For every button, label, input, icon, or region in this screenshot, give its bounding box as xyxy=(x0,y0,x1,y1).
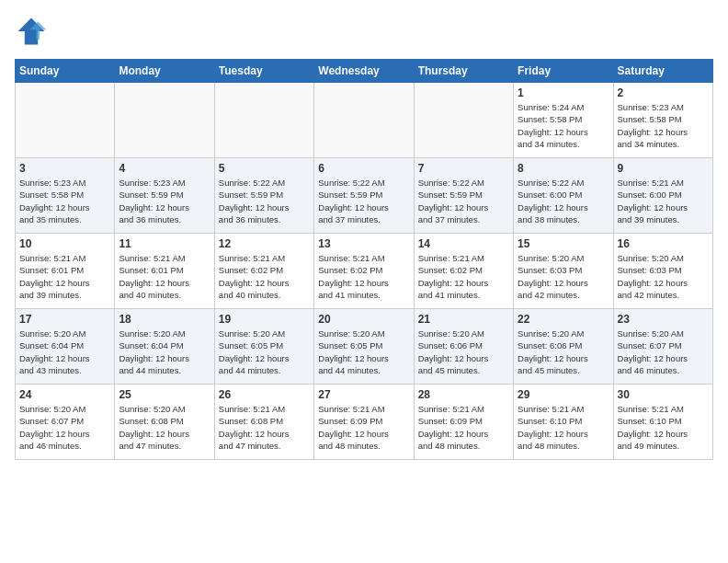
calendar-cell: 25Sunrise: 5:20 AM Sunset: 6:08 PM Dayli… xyxy=(115,385,214,460)
day-info: Sunrise: 5:20 AM Sunset: 6:06 PM Dayligh… xyxy=(518,327,609,376)
logo-icon xyxy=(15,15,48,48)
day-info: Sunrise: 5:20 AM Sunset: 6:08 PM Dayligh… xyxy=(119,403,210,452)
calendar-cell xyxy=(314,83,414,158)
day-number: 2 xyxy=(618,86,709,99)
day-number: 26 xyxy=(219,388,310,401)
day-number: 13 xyxy=(318,237,409,250)
day-info: Sunrise: 5:20 AM Sunset: 6:04 PM Dayligh… xyxy=(19,327,110,376)
day-number: 18 xyxy=(119,313,210,326)
day-number: 3 xyxy=(19,162,110,175)
calendar-cell: 6Sunrise: 5:22 AM Sunset: 5:59 PM Daylig… xyxy=(314,158,414,234)
day-number: 10 xyxy=(19,237,110,250)
calendar-cell: 24Sunrise: 5:20 AM Sunset: 6:07 PM Dayli… xyxy=(16,385,115,460)
calendar-cell: 1Sunrise: 5:24 AM Sunset: 5:58 PM Daylig… xyxy=(514,83,613,158)
calendar-cell: 4Sunrise: 5:23 AM Sunset: 5:59 PM Daylig… xyxy=(115,158,214,234)
calendar-cell xyxy=(214,83,313,158)
weekday-header-thursday: Thursday xyxy=(414,60,513,83)
day-number: 24 xyxy=(19,388,110,401)
day-info: Sunrise: 5:22 AM Sunset: 5:59 PM Dayligh… xyxy=(418,177,509,225)
day-info: Sunrise: 5:20 AM Sunset: 6:07 PM Dayligh… xyxy=(618,327,709,376)
day-info: Sunrise: 5:22 AM Sunset: 5:59 PM Dayligh… xyxy=(318,177,409,225)
day-info: Sunrise: 5:23 AM Sunset: 5:58 PM Dayligh… xyxy=(19,177,110,225)
day-info: Sunrise: 5:21 AM Sunset: 6:02 PM Dayligh… xyxy=(219,252,310,301)
day-number: 5 xyxy=(219,162,310,175)
calendar-cell: 26Sunrise: 5:21 AM Sunset: 6:08 PM Dayli… xyxy=(214,385,313,460)
day-number: 15 xyxy=(518,237,609,250)
calendar-cell: 11Sunrise: 5:21 AM Sunset: 6:01 PM Dayli… xyxy=(115,234,214,309)
calendar-cell: 23Sunrise: 5:20 AM Sunset: 6:07 PM Dayli… xyxy=(613,309,712,385)
weekday-header-tuesday: Tuesday xyxy=(214,60,313,83)
calendar-week-2: 3Sunrise: 5:23 AM Sunset: 5:58 PM Daylig… xyxy=(16,158,713,234)
calendar-cell: 8Sunrise: 5:22 AM Sunset: 6:00 PM Daylig… xyxy=(514,158,613,234)
day-info: Sunrise: 5:22 AM Sunset: 5:59 PM Dayligh… xyxy=(219,177,310,225)
calendar-cell: 28Sunrise: 5:21 AM Sunset: 6:09 PM Dayli… xyxy=(414,385,513,460)
calendar-cell: 9Sunrise: 5:21 AM Sunset: 6:00 PM Daylig… xyxy=(613,158,712,234)
calendar-cell: 19Sunrise: 5:20 AM Sunset: 6:05 PM Dayli… xyxy=(214,309,313,385)
calendar-cell: 5Sunrise: 5:22 AM Sunset: 5:59 PM Daylig… xyxy=(214,158,313,234)
weekday-header-sunday: Sunday xyxy=(16,60,115,83)
calendar-cell: 3Sunrise: 5:23 AM Sunset: 5:58 PM Daylig… xyxy=(16,158,115,234)
calendar-cell: 27Sunrise: 5:21 AM Sunset: 6:09 PM Dayli… xyxy=(314,385,414,460)
calendar-week-1: 1Sunrise: 5:24 AM Sunset: 5:58 PM Daylig… xyxy=(16,83,713,158)
day-number: 20 xyxy=(318,313,409,326)
day-info: Sunrise: 5:21 AM Sunset: 6:01 PM Dayligh… xyxy=(19,252,110,301)
calendar-cell: 13Sunrise: 5:21 AM Sunset: 6:02 PM Dayli… xyxy=(314,234,414,309)
weekday-header-monday: Monday xyxy=(115,60,214,83)
day-info: Sunrise: 5:20 AM Sunset: 6:03 PM Dayligh… xyxy=(518,252,609,301)
day-info: Sunrise: 5:21 AM Sunset: 6:00 PM Dayligh… xyxy=(618,177,709,225)
calendar-week-3: 10Sunrise: 5:21 AM Sunset: 6:01 PM Dayli… xyxy=(16,234,713,309)
day-number: 16 xyxy=(618,237,709,250)
day-info: Sunrise: 5:20 AM Sunset: 6:04 PM Dayligh… xyxy=(119,327,210,376)
day-number: 9 xyxy=(618,162,709,175)
day-info: Sunrise: 5:24 AM Sunset: 5:58 PM Dayligh… xyxy=(518,101,609,150)
calendar-week-4: 17Sunrise: 5:20 AM Sunset: 6:04 PM Dayli… xyxy=(16,309,713,385)
header xyxy=(15,15,713,48)
day-number: 11 xyxy=(119,237,210,250)
calendar-cell: 12Sunrise: 5:21 AM Sunset: 6:02 PM Dayli… xyxy=(214,234,313,309)
weekday-header-saturday: Saturday xyxy=(613,60,712,83)
calendar-table: SundayMondayTuesdayWednesdayThursdayFrid… xyxy=(15,59,713,460)
calendar-cell: 22Sunrise: 5:20 AM Sunset: 6:06 PM Dayli… xyxy=(514,309,613,385)
day-info: Sunrise: 5:20 AM Sunset: 6:05 PM Dayligh… xyxy=(318,327,409,376)
day-number: 12 xyxy=(219,237,310,250)
calendar-cell: 30Sunrise: 5:21 AM Sunset: 6:10 PM Dayli… xyxy=(613,385,712,460)
calendar-cell: 2Sunrise: 5:23 AM Sunset: 5:58 PM Daylig… xyxy=(613,83,712,158)
calendar-cell xyxy=(115,83,214,158)
day-info: Sunrise: 5:21 AM Sunset: 6:10 PM Dayligh… xyxy=(618,403,709,452)
day-number: 6 xyxy=(318,162,409,175)
calendar-cell xyxy=(414,83,513,158)
day-info: Sunrise: 5:20 AM Sunset: 6:06 PM Dayligh… xyxy=(418,327,509,376)
day-number: 21 xyxy=(418,313,509,326)
day-number: 22 xyxy=(518,313,609,326)
day-info: Sunrise: 5:21 AM Sunset: 6:01 PM Dayligh… xyxy=(119,252,210,301)
day-number: 23 xyxy=(618,313,709,326)
day-number: 1 xyxy=(518,86,609,99)
weekday-header-wednesday: Wednesday xyxy=(314,60,414,83)
calendar-cell: 18Sunrise: 5:20 AM Sunset: 6:04 PM Dayli… xyxy=(115,309,214,385)
day-number: 17 xyxy=(19,313,110,326)
day-info: Sunrise: 5:23 AM Sunset: 5:58 PM Dayligh… xyxy=(618,101,709,150)
day-info: Sunrise: 5:20 AM Sunset: 6:03 PM Dayligh… xyxy=(618,252,709,301)
calendar-cell: 10Sunrise: 5:21 AM Sunset: 6:01 PM Dayli… xyxy=(16,234,115,309)
calendar-cell: 17Sunrise: 5:20 AM Sunset: 6:04 PM Dayli… xyxy=(16,309,115,385)
calendar-week-5: 24Sunrise: 5:20 AM Sunset: 6:07 PM Dayli… xyxy=(16,385,713,460)
calendar-cell: 29Sunrise: 5:21 AM Sunset: 6:10 PM Dayli… xyxy=(514,385,613,460)
day-number: 19 xyxy=(219,313,310,326)
calendar-cell: 15Sunrise: 5:20 AM Sunset: 6:03 PM Dayli… xyxy=(514,234,613,309)
day-number: 4 xyxy=(119,162,210,175)
calendar-cell: 16Sunrise: 5:20 AM Sunset: 6:03 PM Dayli… xyxy=(613,234,712,309)
page: SundayMondayTuesdayWednesdayThursdayFrid… xyxy=(0,0,728,475)
day-info: Sunrise: 5:20 AM Sunset: 6:07 PM Dayligh… xyxy=(19,403,110,452)
day-number: 29 xyxy=(518,388,609,401)
day-info: Sunrise: 5:21 AM Sunset: 6:09 PM Dayligh… xyxy=(318,403,409,452)
day-number: 14 xyxy=(418,237,509,250)
day-info: Sunrise: 5:21 AM Sunset: 6:09 PM Dayligh… xyxy=(418,403,509,452)
day-info: Sunrise: 5:21 AM Sunset: 6:02 PM Dayligh… xyxy=(318,252,409,301)
day-number: 25 xyxy=(119,388,210,401)
day-info: Sunrise: 5:21 AM Sunset: 6:10 PM Dayligh… xyxy=(518,403,609,452)
calendar-cell: 7Sunrise: 5:22 AM Sunset: 5:59 PM Daylig… xyxy=(414,158,513,234)
weekday-header-friday: Friday xyxy=(514,60,613,83)
weekday-header-row: SundayMondayTuesdayWednesdayThursdayFrid… xyxy=(16,60,713,83)
day-info: Sunrise: 5:20 AM Sunset: 6:05 PM Dayligh… xyxy=(219,327,310,376)
calendar-cell: 20Sunrise: 5:20 AM Sunset: 6:05 PM Dayli… xyxy=(314,309,414,385)
